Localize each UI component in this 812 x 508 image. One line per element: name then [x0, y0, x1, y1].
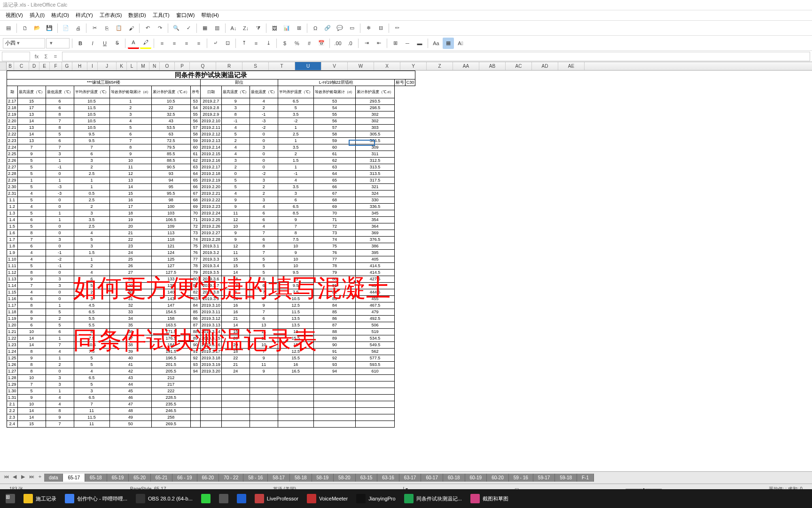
currency-button[interactable]: $: [279, 38, 290, 49]
copy-icon[interactable]: ⎘: [101, 23, 112, 34]
column-header[interactable]: W: [348, 62, 374, 70]
column-header[interactable]: AC: [506, 62, 532, 70]
menu-item[interactable]: 格式(O): [48, 11, 72, 20]
menu-item[interactable]: 工作表(S): [97, 11, 125, 20]
column-header[interactable]: U: [295, 62, 321, 70]
equals-icon[interactable]: =: [51, 52, 60, 61]
tab-prev-icon[interactable]: ◀: [10, 474, 19, 482]
sheet-tab[interactable]: 66 - 19: [172, 474, 197, 482]
sheet-tab[interactable]: 59-18: [555, 474, 577, 482]
tab-next-icon[interactable]: ▶: [19, 474, 27, 482]
open-icon[interactable]: 📂: [31, 23, 43, 34]
sheet-tab[interactable]: 65-17: [63, 474, 85, 482]
column-header[interactable]: H: [72, 62, 87, 70]
spreadsheet-grid[interactable]: BCDEFGHIJKLMNOPQRSTUVWXYZAAABACADAE 同条件养…: [0, 62, 812, 471]
column-header[interactable]: Q: [190, 62, 216, 70]
borders-button[interactable]: ⊞: [390, 38, 401, 49]
column-header[interactable]: S: [242, 62, 269, 70]
number-button[interactable]: #: [304, 38, 315, 49]
align-justify-button[interactable]: ≡: [193, 38, 204, 49]
taskbar-item[interactable]: JianyingPro: [352, 491, 399, 506]
column-header[interactable]: AD: [532, 62, 558, 70]
print-icon[interactable]: 🖨: [72, 23, 84, 34]
font-size-combo[interactable]: ▾: [46, 38, 70, 48]
sheet-tab[interactable]: 65-21: [151, 474, 173, 482]
sheet-tab[interactable]: 59 - 16: [509, 474, 533, 482]
sheet-tab[interactable]: 58-19: [312, 474, 334, 482]
wrap-text-button[interactable]: ⤶: [210, 38, 221, 49]
export-pdf-icon[interactable]: 📄: [60, 23, 71, 34]
taskbar-item[interactable]: [233, 491, 250, 506]
paste-icon[interactable]: 📋: [113, 23, 125, 34]
sheet-tab[interactable]: 65-19: [107, 474, 129, 482]
draw-functions-icon[interactable]: ✏: [391, 23, 403, 34]
freeze-icon[interactable]: ❄: [363, 23, 374, 34]
redo-icon[interactable]: ↷: [154, 23, 165, 34]
column-header[interactable]: B: [7, 62, 14, 70]
align-bottom-button[interactable]: ⤓: [263, 38, 274, 49]
add-sheet-icon[interactable]: +: [36, 474, 44, 482]
taskbar-item[interactable]: 截图和草图: [467, 491, 512, 506]
column-header[interactable]: C: [14, 62, 29, 70]
cell-style-button[interactable]: Aa: [430, 38, 442, 49]
name-box[interactable]: [2, 52, 30, 61]
cut-icon[interactable]: ✂: [89, 23, 100, 34]
sheet-tab[interactable]: 60-17: [421, 474, 443, 482]
menu-item[interactable]: 工具(T): [150, 11, 172, 20]
sum-icon[interactable]: Σ: [41, 52, 51, 61]
headers-footers-icon[interactable]: ▭: [346, 23, 358, 34]
menu-item[interactable]: 样式(Y): [73, 11, 96, 20]
column-header[interactable]: N: [149, 62, 160, 70]
new-icon[interactable]: 🗋: [19, 23, 31, 34]
sort-desc-icon[interactable]: Z↓: [240, 23, 251, 34]
menu-item[interactable]: 数据(D): [125, 11, 148, 20]
taskbar-item[interactable]: 同条件试块测温记...: [400, 491, 466, 506]
column-header[interactable]: Y: [400, 62, 427, 70]
column-header[interactable]: AE: [558, 62, 585, 70]
spellcheck-icon[interactable]: ✓: [183, 23, 194, 34]
add-decimal-button[interactable]: .00: [332, 38, 344, 49]
find-icon[interactable]: 🔍: [171, 23, 182, 34]
sort-asc-icon[interactable]: A↓: [228, 23, 239, 34]
column-header[interactable]: E: [39, 62, 50, 70]
align-top-button[interactable]: ⤒: [238, 38, 250, 49]
sidebar-toggle-icon[interactable]: ▤: [3, 23, 14, 34]
menu-item[interactable]: 帮助(H): [198, 11, 221, 20]
autofilter-icon[interactable]: ⧩: [252, 23, 264, 34]
conditional-format-button[interactable]: ▦: [443, 38, 454, 49]
sheet-tab[interactable]: 60-19: [465, 474, 487, 482]
align-center-button[interactable]: ≡: [169, 38, 180, 49]
special-char-icon[interactable]: Ω: [310, 23, 321, 34]
column-header[interactable]: X: [374, 62, 400, 70]
decrease-indent-button[interactable]: ⇤: [373, 38, 384, 49]
split-icon[interactable]: ⊟: [375, 23, 386, 34]
sheet-tab[interactable]: 59-17: [533, 474, 555, 482]
save-icon[interactable]: 💾: [44, 23, 55, 34]
comment-icon[interactable]: 💬: [334, 23, 345, 34]
column-header[interactable]: T: [269, 62, 295, 70]
column-header[interactable]: AA: [453, 62, 479, 70]
sheet-tab[interactable]: data: [44, 474, 63, 482]
column-header[interactable]: D: [29, 62, 39, 70]
increase-indent-button[interactable]: ⇥: [361, 38, 372, 49]
taskbar-item[interactable]: [197, 491, 214, 506]
strikethrough-button[interactable]: S̶: [111, 38, 123, 49]
sheet-tab[interactable]: 58 - 16: [243, 474, 268, 482]
task-view-icon[interactable]: ⊞: [2, 491, 19, 506]
sheet-tab[interactable]: 63-15: [356, 474, 378, 482]
percent-button[interactable]: %: [291, 38, 303, 49]
font-color-button[interactable]: A: [128, 38, 139, 49]
sheet-tab[interactable]: 66-20: [197, 474, 219, 482]
border-color-button[interactable]: ▬: [414, 38, 425, 49]
column-header[interactable]: F: [50, 62, 62, 70]
column-header[interactable]: I: [87, 62, 98, 70]
sheet-tab[interactable]: 58-18: [290, 474, 312, 482]
column-header[interactable]: V: [321, 62, 348, 70]
taskbar-item[interactable]: 施工记录: [20, 491, 60, 506]
menu-item[interactable]: 视图(V): [3, 11, 26, 20]
data-table[interactable]: 同条件养护试块测温记录***缘城三期65#楼部位L-H/19轴22层墙柱标号C3…: [7, 71, 415, 428]
pivot-icon[interactable]: ⊞: [293, 23, 304, 34]
remove-decimal-button[interactable]: .0: [344, 38, 356, 49]
row-icon[interactable]: ▦: [199, 23, 211, 34]
chart-icon[interactable]: 📊: [281, 23, 292, 34]
